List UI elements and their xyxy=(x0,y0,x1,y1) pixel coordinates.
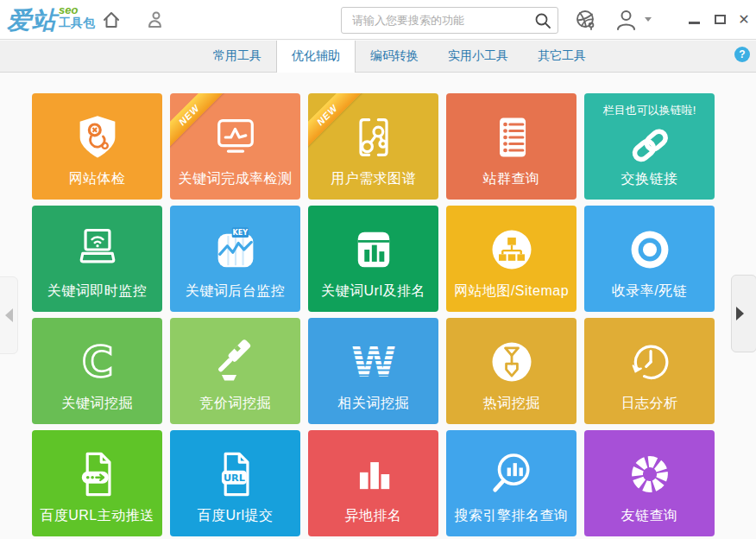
tile-note: 栏目也可以换链啦! xyxy=(584,103,715,118)
c-glyph: C xyxy=(81,337,112,387)
link-exchange-icon xyxy=(584,117,715,173)
next-page-button[interactable] xyxy=(731,275,756,352)
sitemap-icon xyxy=(446,217,576,282)
close-icon[interactable]: ✕ xyxy=(733,0,755,39)
shield-checkup-icon xyxy=(32,105,162,170)
tile-label: 关键词后台监控 xyxy=(170,282,300,301)
url-doc-icon: URL xyxy=(170,441,300,507)
tile-label: 百度URL主动推送 xyxy=(32,507,162,525)
tile-label: 关键词挖掘 xyxy=(32,395,162,413)
search-input[interactable] xyxy=(342,14,528,27)
logo-title: 爱站 xyxy=(7,4,57,37)
top-bar: 爱站 seo 工具包 xyxy=(0,0,756,40)
tile-website-checkup[interactable]: 网站体检 xyxy=(32,93,162,200)
tile-label: 热词挖掘 xyxy=(446,395,576,413)
search-box xyxy=(341,7,558,34)
url-rank-icon xyxy=(308,217,438,282)
tab-optimization-assist[interactable]: 优化辅助 xyxy=(276,41,356,73)
tile-label: 收录率/死链 xyxy=(584,282,715,301)
key-badge-text: KEY xyxy=(232,229,248,237)
tile-remote-ranking[interactable]: 异地排名 xyxy=(308,430,438,536)
app-window: 爱站 seo 工具包 xyxy=(0,0,756,539)
tile-log-analysis[interactable]: 日志分析 xyxy=(584,318,715,424)
tile-label: 关键词Url及排名 xyxy=(308,282,438,301)
tile-user-demand-graph[interactable]: NEW 用户需求图谱 xyxy=(308,93,438,200)
tab-common-tools[interactable]: 常用工具 xyxy=(198,41,276,72)
tile-keyword-backend-monitor[interactable]: KEY 关键词后台监控 xyxy=(170,206,300,312)
laptop-wifi-icon xyxy=(32,217,162,282)
letter-c-icon: C xyxy=(32,329,162,395)
tile-related-word-mining[interactable]: W 相关词挖掘 xyxy=(308,318,438,424)
app-logo[interactable]: 爱站 seo 工具包 xyxy=(7,4,95,37)
demand-graph-icon xyxy=(308,105,438,170)
search-rank-icon xyxy=(446,441,576,507)
tile-search-engine-rank-query[interactable]: 搜索引擎排名查询 xyxy=(446,430,576,536)
w-glyph: W xyxy=(351,339,396,386)
member-icon[interactable] xyxy=(145,10,166,34)
logo-subtitle: 工具包 xyxy=(59,16,95,29)
tile-label: 站群查询 xyxy=(446,170,576,188)
tile-keyword-realtime-monitor[interactable]: 关键词即时监控 xyxy=(32,206,162,312)
tab-bar: 常用工具 优化辅助 编码转换 实用小工具 其它工具 ? xyxy=(0,41,756,73)
monitor-pulse-icon xyxy=(170,105,300,170)
tile-label: 异地排名 xyxy=(308,507,438,525)
network-ball-icon[interactable] xyxy=(575,9,597,35)
shovel-icon xyxy=(446,329,576,395)
tile-label: 网站体检 xyxy=(32,170,162,188)
tile-label: 竞价词挖掘 xyxy=(170,395,300,413)
letter-w-icon: W xyxy=(308,329,438,395)
tile-index-rate-deadlink[interactable]: 收录率/死链 xyxy=(584,206,715,312)
tile-baidu-url-submit[interactable]: URL 百度Url提交 xyxy=(170,430,300,536)
tile-keyword-mining[interactable]: C 关键词挖掘 xyxy=(32,318,162,424)
tile-label: 搜索引擎排名查询 xyxy=(446,507,576,525)
chevron-left-icon xyxy=(5,308,13,322)
keyword-chart-icon: KEY xyxy=(170,217,300,282)
tile-keyword-completion-check[interactable]: NEW 关键词完成率检测 xyxy=(170,93,300,200)
prev-page-button[interactable] xyxy=(0,276,18,354)
tab-utility-tools[interactable]: 实用小工具 xyxy=(433,41,523,72)
tile-hot-word-mining[interactable]: 热词挖掘 xyxy=(446,318,576,424)
logo-side: seo 工具包 xyxy=(59,4,95,29)
tile-label: 用户需求图谱 xyxy=(308,170,438,188)
tile-label: 日志分析 xyxy=(584,395,715,413)
tile-label: 交换链接 xyxy=(584,170,715,188)
tile-label: 友链查询 xyxy=(584,507,715,525)
tabs: 常用工具 优化辅助 编码转换 实用小工具 其它工具 xyxy=(198,41,601,72)
tab-other-tools[interactable]: 其它工具 xyxy=(523,41,601,72)
close-glyph: ✕ xyxy=(738,13,749,27)
logo-seo-text: seo xyxy=(59,4,95,16)
tile-baidu-url-push[interactable]: 百度URL主动推送 xyxy=(32,430,162,536)
tile-sitemap[interactable]: 网站地图/Sitemap xyxy=(446,206,576,312)
help-icon[interactable]: ? xyxy=(734,47,750,62)
tile-label: 关键词完成率检测 xyxy=(170,170,300,188)
url-glyph: URL xyxy=(223,472,244,484)
tile-label: 关键词即时监控 xyxy=(32,282,162,301)
tile-label: 网站地图/Sitemap xyxy=(446,282,576,301)
minimize-icon[interactable] xyxy=(683,0,705,39)
bar-chart-icon xyxy=(308,441,438,507)
search-icon[interactable] xyxy=(528,8,558,33)
home-icon[interactable] xyxy=(101,10,122,34)
tile-site-group-query[interactable]: 站群查询 xyxy=(446,93,576,200)
gavel-icon xyxy=(170,329,300,395)
history-clock-icon xyxy=(584,329,715,395)
chevron-down-icon[interactable] xyxy=(645,17,652,22)
tile-keyword-url-rank[interactable]: 关键词Url及排名 xyxy=(308,206,438,312)
segment-wheel-icon xyxy=(584,441,715,507)
chevron-right-icon xyxy=(736,307,744,320)
tile-label: 相关词挖掘 xyxy=(308,395,438,413)
tile-label: 百度Url提交 xyxy=(170,507,300,525)
maximize-icon[interactable] xyxy=(709,0,731,39)
tool-grid: 网站体检 NEW 关键词完成率检测 NEW xyxy=(32,93,715,536)
push-doc-icon xyxy=(32,441,162,507)
user-icon[interactable] xyxy=(614,8,638,35)
record-circle-icon xyxy=(584,217,715,282)
tile-link-exchange[interactable]: 栏目也可以换链啦! 交换链接 xyxy=(584,93,715,200)
tile-friend-link-query[interactable]: 友链查询 xyxy=(584,430,715,536)
tile-bidding-word-mining[interactable]: 竞价词挖掘 xyxy=(170,318,300,424)
tab-encoding-convert[interactable]: 编码转换 xyxy=(356,41,433,72)
site-list-icon xyxy=(446,105,576,170)
